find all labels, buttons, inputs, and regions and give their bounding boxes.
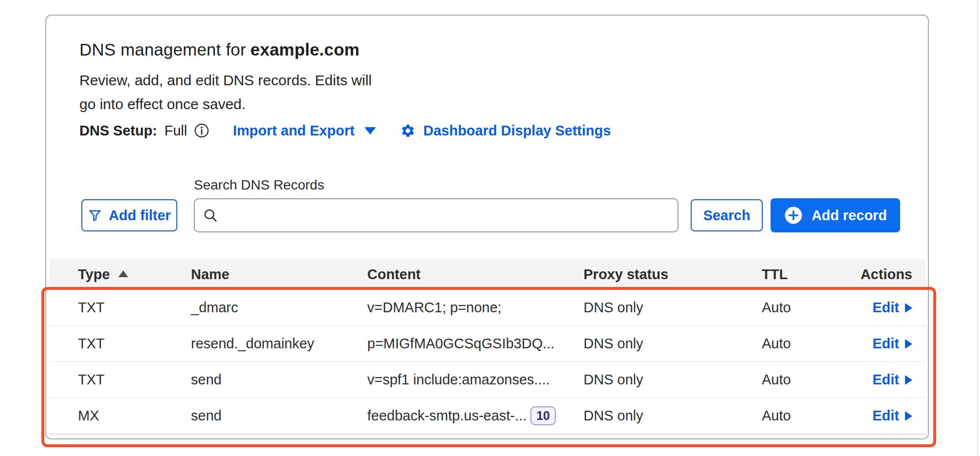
- chevron-right-icon: [905, 411, 912, 421]
- dns-setup-value: Full: [165, 123, 188, 139]
- chevron-right-icon: [905, 303, 912, 313]
- cell-proxy-status: DNS only: [584, 408, 762, 424]
- cell-type: TXT: [78, 372, 191, 388]
- description-line-1: Review, add, and edit DNS records. Edits…: [79, 68, 372, 92]
- dns-setup-label: DNS Setup:: [79, 123, 157, 139]
- edit-link[interactable]: Edit: [872, 300, 912, 316]
- page: DNS management forexample.com Review, ad…: [0, 0, 980, 456]
- import-export-link[interactable]: Import and Export: [233, 123, 376, 139]
- table-body: TXT _dmarc v=DMARC1; p=none; DNS only Au…: [50, 289, 926, 434]
- cell-ttl: Auto: [762, 408, 845, 424]
- edit-link[interactable]: Edit: [872, 372, 912, 388]
- table-header-row: Type Name Content Proxy status TTL Actio…: [50, 259, 926, 289]
- import-export-label: Import and Export: [233, 123, 355, 139]
- cell-name: resend._domainkey: [191, 336, 367, 352]
- cell-type: TXT: [78, 300, 191, 316]
- add-filter-label: Add filter: [109, 208, 170, 224]
- table-row: MX send feedback-smtp.us-east-... 10 DNS…: [50, 398, 926, 434]
- search-button[interactable]: Search: [691, 199, 763, 231]
- cell-proxy-status: DNS only: [584, 300, 762, 316]
- dns-management-card: DNS management forexample.com Review, ad…: [45, 15, 929, 439]
- table-row: TXT resend._domainkey p=MIGfMA0GCSqGSIb3…: [50, 325, 926, 361]
- cell-actions: Edit: [845, 408, 912, 424]
- description-line-2: go into effect once saved.: [79, 92, 372, 116]
- edit-link[interactable]: Edit: [872, 408, 912, 424]
- search-icon: [202, 207, 219, 224]
- page-right-divider: [977, 0, 978, 456]
- cell-name: _dmarc: [191, 300, 367, 316]
- page-title: DNS management forexample.com: [79, 40, 359, 59]
- cell-type: MX: [78, 408, 191, 424]
- add-record-label: Add record: [811, 208, 887, 224]
- content-text: p=MIGfMA0GCSqGSIb3DQ...: [367, 336, 554, 352]
- dns-setup-row: DNS Setup: Full Import and Export Dashbo…: [79, 121, 611, 140]
- column-header-actions: Actions: [845, 266, 912, 283]
- content-text: v=spf1 include:amazonses....: [367, 372, 550, 388]
- table-row: TXT send v=spf1 include:amazonses.... DN…: [50, 361, 926, 398]
- cell-name: send: [191, 372, 367, 388]
- dashboard-display-settings-link[interactable]: Dashboard Display Settings: [400, 123, 611, 139]
- edit-label: Edit: [872, 300, 899, 316]
- page-title-text: DNS management for: [79, 40, 246, 59]
- info-circle-icon[interactable]: [193, 122, 210, 139]
- edit-label: Edit: [872, 408, 899, 424]
- search-input[interactable]: [194, 198, 678, 232]
- edit-label: Edit: [872, 372, 899, 388]
- column-header-name: Name: [191, 266, 367, 283]
- column-header-type-label: Type: [78, 266, 110, 283]
- cell-actions: Edit: [845, 372, 912, 388]
- sort-ascending-icon: [118, 270, 128, 277]
- chevron-right-icon: [905, 375, 912, 385]
- dns-records-table: Type Name Content Proxy status TTL Actio…: [50, 259, 926, 435]
- cell-ttl: Auto: [762, 372, 845, 388]
- page-description: Review, add, and edit DNS records. Edits…: [79, 68, 372, 116]
- edit-label: Edit: [872, 336, 899, 352]
- add-record-button[interactable]: Add record: [771, 198, 900, 232]
- cell-content: p=MIGfMA0GCSqGSIb3DQ...: [367, 336, 584, 352]
- search-box: [194, 198, 678, 232]
- column-header-ttl: TTL: [762, 266, 845, 283]
- column-header-proxy-status: Proxy status: [584, 266, 762, 283]
- column-header-type[interactable]: Type: [78, 266, 191, 283]
- chevron-down-icon: [364, 127, 376, 134]
- cell-name: send: [191, 408, 367, 424]
- content-text: v=DMARC1; p=none;: [367, 300, 502, 316]
- cell-proxy-status: DNS only: [584, 336, 762, 352]
- column-header-content: Content: [367, 266, 584, 283]
- cell-actions: Edit: [845, 336, 912, 352]
- content-text: feedback-smtp.us-east-...: [367, 408, 527, 424]
- cell-content: feedback-smtp.us-east-... 10: [367, 406, 584, 425]
- dashboard-settings-label: Dashboard Display Settings: [423, 123, 611, 139]
- cell-proxy-status: DNS only: [584, 372, 762, 388]
- cell-content: v=spf1 include:amazonses....: [367, 372, 584, 388]
- search-label: Search DNS Records: [194, 177, 324, 193]
- gear-icon: [400, 123, 415, 138]
- page-title-domain: example.com: [250, 40, 359, 59]
- cell-actions: Edit: [845, 300, 912, 316]
- table-row: TXT _dmarc v=DMARC1; p=none; DNS only Au…: [50, 289, 926, 325]
- plus-circle-icon: [784, 206, 803, 225]
- cell-type: TXT: [78, 336, 191, 352]
- chevron-right-icon: [905, 339, 912, 349]
- funnel-icon: [88, 208, 102, 223]
- cell-content: v=DMARC1; p=none;: [367, 300, 584, 316]
- add-filter-button[interactable]: Add filter: [81, 199, 177, 231]
- edit-link[interactable]: Edit: [872, 336, 912, 352]
- mx-priority-badge: 10: [530, 406, 556, 425]
- cell-ttl: Auto: [762, 300, 845, 316]
- cell-ttl: Auto: [762, 336, 845, 352]
